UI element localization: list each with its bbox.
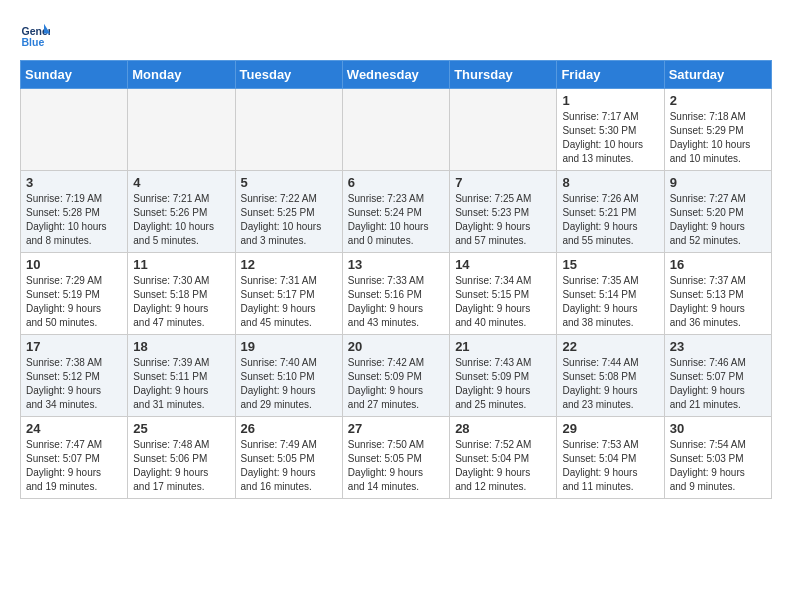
calendar-cell: 4Sunrise: 7:21 AM Sunset: 5:26 PM Daylig…: [128, 171, 235, 253]
calendar-cell: 11Sunrise: 7:30 AM Sunset: 5:18 PM Dayli…: [128, 253, 235, 335]
day-number: 18: [133, 339, 229, 354]
day-info: Sunrise: 7:34 AM Sunset: 5:15 PM Dayligh…: [455, 274, 551, 330]
day-info: Sunrise: 7:53 AM Sunset: 5:04 PM Dayligh…: [562, 438, 658, 494]
calendar-cell: [450, 89, 557, 171]
calendar-cell: [235, 89, 342, 171]
day-info: Sunrise: 7:40 AM Sunset: 5:10 PM Dayligh…: [241, 356, 337, 412]
day-info: Sunrise: 7:37 AM Sunset: 5:13 PM Dayligh…: [670, 274, 766, 330]
day-info: Sunrise: 7:29 AM Sunset: 5:19 PM Dayligh…: [26, 274, 122, 330]
calendar-week-row: 17Sunrise: 7:38 AM Sunset: 5:12 PM Dayli…: [21, 335, 772, 417]
calendar-cell: 3Sunrise: 7:19 AM Sunset: 5:28 PM Daylig…: [21, 171, 128, 253]
day-info: Sunrise: 7:47 AM Sunset: 5:07 PM Dayligh…: [26, 438, 122, 494]
day-number: 11: [133, 257, 229, 272]
calendar-header-row: SundayMondayTuesdayWednesdayThursdayFrid…: [21, 61, 772, 89]
calendar-cell: 21Sunrise: 7:43 AM Sunset: 5:09 PM Dayli…: [450, 335, 557, 417]
day-of-week-header: Monday: [128, 61, 235, 89]
calendar-cell: 22Sunrise: 7:44 AM Sunset: 5:08 PM Dayli…: [557, 335, 664, 417]
day-info: Sunrise: 7:39 AM Sunset: 5:11 PM Dayligh…: [133, 356, 229, 412]
day-info: Sunrise: 7:52 AM Sunset: 5:04 PM Dayligh…: [455, 438, 551, 494]
calendar-cell: 23Sunrise: 7:46 AM Sunset: 5:07 PM Dayli…: [664, 335, 771, 417]
day-info: Sunrise: 7:49 AM Sunset: 5:05 PM Dayligh…: [241, 438, 337, 494]
calendar-cell: 19Sunrise: 7:40 AM Sunset: 5:10 PM Dayli…: [235, 335, 342, 417]
calendar-cell: 9Sunrise: 7:27 AM Sunset: 5:20 PM Daylig…: [664, 171, 771, 253]
calendar-cell: 1Sunrise: 7:17 AM Sunset: 5:30 PM Daylig…: [557, 89, 664, 171]
day-info: Sunrise: 7:26 AM Sunset: 5:21 PM Dayligh…: [562, 192, 658, 248]
day-of-week-header: Wednesday: [342, 61, 449, 89]
day-number: 17: [26, 339, 122, 354]
calendar-week-row: 3Sunrise: 7:19 AM Sunset: 5:28 PM Daylig…: [21, 171, 772, 253]
day-info: Sunrise: 7:50 AM Sunset: 5:05 PM Dayligh…: [348, 438, 444, 494]
day-number: 23: [670, 339, 766, 354]
day-number: 2: [670, 93, 766, 108]
day-info: Sunrise: 7:22 AM Sunset: 5:25 PM Dayligh…: [241, 192, 337, 248]
day-number: 27: [348, 421, 444, 436]
day-info: Sunrise: 7:33 AM Sunset: 5:16 PM Dayligh…: [348, 274, 444, 330]
calendar-cell: 8Sunrise: 7:26 AM Sunset: 5:21 PM Daylig…: [557, 171, 664, 253]
calendar-cell: 25Sunrise: 7:48 AM Sunset: 5:06 PM Dayli…: [128, 417, 235, 499]
calendar-cell: 27Sunrise: 7:50 AM Sunset: 5:05 PM Dayli…: [342, 417, 449, 499]
day-info: Sunrise: 7:25 AM Sunset: 5:23 PM Dayligh…: [455, 192, 551, 248]
calendar-cell: 14Sunrise: 7:34 AM Sunset: 5:15 PM Dayli…: [450, 253, 557, 335]
day-info: Sunrise: 7:35 AM Sunset: 5:14 PM Dayligh…: [562, 274, 658, 330]
day-of-week-header: Sunday: [21, 61, 128, 89]
day-of-week-header: Thursday: [450, 61, 557, 89]
day-info: Sunrise: 7:19 AM Sunset: 5:28 PM Dayligh…: [26, 192, 122, 248]
day-number: 3: [26, 175, 122, 190]
calendar-cell: 18Sunrise: 7:39 AM Sunset: 5:11 PM Dayli…: [128, 335, 235, 417]
day-info: Sunrise: 7:31 AM Sunset: 5:17 PM Dayligh…: [241, 274, 337, 330]
calendar-cell: 5Sunrise: 7:22 AM Sunset: 5:25 PM Daylig…: [235, 171, 342, 253]
day-number: 30: [670, 421, 766, 436]
day-number: 14: [455, 257, 551, 272]
day-number: 9: [670, 175, 766, 190]
calendar-cell: 15Sunrise: 7:35 AM Sunset: 5:14 PM Dayli…: [557, 253, 664, 335]
calendar-cell: 17Sunrise: 7:38 AM Sunset: 5:12 PM Dayli…: [21, 335, 128, 417]
day-info: Sunrise: 7:48 AM Sunset: 5:06 PM Dayligh…: [133, 438, 229, 494]
day-number: 22: [562, 339, 658, 354]
calendar-cell: [21, 89, 128, 171]
logo: General Blue: [20, 20, 50, 50]
day-info: Sunrise: 7:27 AM Sunset: 5:20 PM Dayligh…: [670, 192, 766, 248]
calendar-table: SundayMondayTuesdayWednesdayThursdayFrid…: [20, 60, 772, 499]
day-number: 10: [26, 257, 122, 272]
day-info: Sunrise: 7:44 AM Sunset: 5:08 PM Dayligh…: [562, 356, 658, 412]
day-info: Sunrise: 7:38 AM Sunset: 5:12 PM Dayligh…: [26, 356, 122, 412]
calendar-cell: 12Sunrise: 7:31 AM Sunset: 5:17 PM Dayli…: [235, 253, 342, 335]
day-number: 21: [455, 339, 551, 354]
logo-icon: General Blue: [20, 20, 50, 50]
day-number: 19: [241, 339, 337, 354]
day-number: 1: [562, 93, 658, 108]
day-number: 16: [670, 257, 766, 272]
day-number: 25: [133, 421, 229, 436]
calendar-cell: 16Sunrise: 7:37 AM Sunset: 5:13 PM Dayli…: [664, 253, 771, 335]
calendar-week-row: 1Sunrise: 7:17 AM Sunset: 5:30 PM Daylig…: [21, 89, 772, 171]
day-number: 6: [348, 175, 444, 190]
day-info: Sunrise: 7:21 AM Sunset: 5:26 PM Dayligh…: [133, 192, 229, 248]
day-number: 26: [241, 421, 337, 436]
day-number: 20: [348, 339, 444, 354]
calendar-cell: 26Sunrise: 7:49 AM Sunset: 5:05 PM Dayli…: [235, 417, 342, 499]
day-info: Sunrise: 7:30 AM Sunset: 5:18 PM Dayligh…: [133, 274, 229, 330]
day-info: Sunrise: 7:23 AM Sunset: 5:24 PM Dayligh…: [348, 192, 444, 248]
calendar-cell: 2Sunrise: 7:18 AM Sunset: 5:29 PM Daylig…: [664, 89, 771, 171]
calendar-cell: 10Sunrise: 7:29 AM Sunset: 5:19 PM Dayli…: [21, 253, 128, 335]
day-of-week-header: Saturday: [664, 61, 771, 89]
calendar-week-row: 10Sunrise: 7:29 AM Sunset: 5:19 PM Dayli…: [21, 253, 772, 335]
day-info: Sunrise: 7:46 AM Sunset: 5:07 PM Dayligh…: [670, 356, 766, 412]
calendar-cell: [342, 89, 449, 171]
calendar-cell: 24Sunrise: 7:47 AM Sunset: 5:07 PM Dayli…: [21, 417, 128, 499]
svg-text:Blue: Blue: [22, 36, 45, 48]
day-info: Sunrise: 7:42 AM Sunset: 5:09 PM Dayligh…: [348, 356, 444, 412]
day-number: 7: [455, 175, 551, 190]
page-header: General Blue: [20, 20, 772, 50]
day-number: 15: [562, 257, 658, 272]
day-number: 5: [241, 175, 337, 190]
day-number: 29: [562, 421, 658, 436]
day-info: Sunrise: 7:17 AM Sunset: 5:30 PM Dayligh…: [562, 110, 658, 166]
day-number: 24: [26, 421, 122, 436]
calendar-cell: 20Sunrise: 7:42 AM Sunset: 5:09 PM Dayli…: [342, 335, 449, 417]
calendar-week-row: 24Sunrise: 7:47 AM Sunset: 5:07 PM Dayli…: [21, 417, 772, 499]
day-number: 8: [562, 175, 658, 190]
day-info: Sunrise: 7:43 AM Sunset: 5:09 PM Dayligh…: [455, 356, 551, 412]
calendar-body: 1Sunrise: 7:17 AM Sunset: 5:30 PM Daylig…: [21, 89, 772, 499]
calendar-cell: 29Sunrise: 7:53 AM Sunset: 5:04 PM Dayli…: [557, 417, 664, 499]
